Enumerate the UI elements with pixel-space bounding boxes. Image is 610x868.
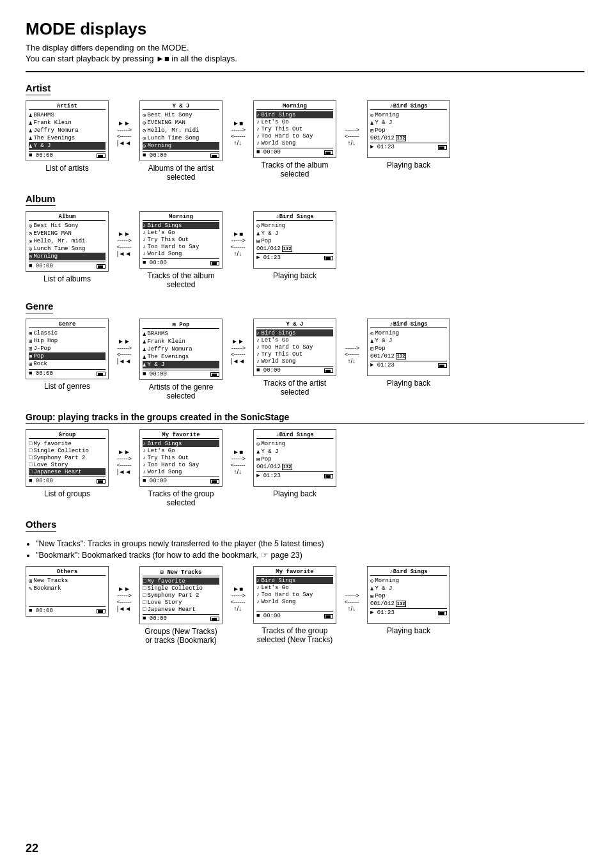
screen-row: ♪Too Hard to Say <box>143 243 219 250</box>
album-caption-2: Tracks of the albumselected <box>139 271 223 289</box>
genre-title: Genre <box>26 301 53 313</box>
screen-row-selected: ⊙Morning <box>29 253 106 260</box>
screen-row: ⊙Best Hit Sony <box>143 111 219 119</box>
screen-row: ♪World Song <box>256 358 333 365</box>
group-title: Group: playing tracks in the groups crea… <box>26 412 584 424</box>
screen-footer: ■ 00:00 <box>143 614 219 622</box>
genre-section: Genre Genre ⊞Classic ⊞Hip Hop ⊞J-Pop ⊞Po… <box>26 301 584 400</box>
screen-footer: ► 01:23 <box>370 361 447 368</box>
group-screens-row: Group □My favorite □Single Collectio □Sy… <box>26 429 584 507</box>
screen-row: ⊙Best Hit Sony <box>29 222 106 230</box>
screen-row: ⊙Morning <box>370 329 447 337</box>
genre-screens-row: Genre ⊞Classic ⊞Hip Hop ⊞J-Pop ⊞Pop ⊞Roc… <box>26 319 584 400</box>
screen-row: ♟The Evenings <box>29 134 106 142</box>
screen-row: ⊞New Tracks <box>29 577 106 585</box>
screen-row: ⊙Morning <box>256 222 333 230</box>
genre-caption-2: Artists of the genreselected <box>139 383 223 400</box>
genre-screen-1-col: Genre ⊞Classic ⊞Hip Hop ⊞J-Pop ⊞Pop ⊞Roc… <box>26 319 109 391</box>
battery-icon <box>438 145 447 150</box>
screen-row: ♪Too Hard to Say <box>143 461 219 468</box>
screen-row: □Symphony Part 2 <box>143 592 219 599</box>
album-screen-2: Morning ♪Bird Sings ♪Let's Go ♪Try This … <box>139 211 223 269</box>
screen-footer: ■ 00:00 <box>29 606 106 614</box>
battery-icon <box>438 363 447 368</box>
group-screen-3: ♪Bird Sings ⊙Morning ♟Y & J ⊞Pop 001/012… <box>253 429 336 487</box>
screen-row-selected: ♟Y & J <box>143 361 219 368</box>
page-number: 22 <box>26 842 38 855</box>
others-screen-1-col: Others ⊞New Tracks ✎Bookmark ■ 00:00 <box>26 566 109 628</box>
group-screen-3-header: ♪Bird Sings <box>256 432 333 439</box>
battery-icon <box>324 256 333 260</box>
others-caption-3: Tracks of the groupselected (New Tracks) <box>253 626 336 644</box>
genre-caption-1: List of genres <box>26 382 109 391</box>
artist-screen-3-col: Morning ♪Bird Sings ♪Let's Go ♪Try This … <box>253 100 336 178</box>
screen-footer: ■ 00:00 <box>256 148 333 155</box>
screen-row: 001/012 132 <box>370 352 447 359</box>
screen-row: ♪Try This Out <box>143 236 219 243</box>
others-screen-4-header: ♪Bird Sings <box>370 569 447 576</box>
battery-icon <box>438 611 447 615</box>
album-screens-row: Album ⊙Best Hit Sony ⊙EVENING MAN ⊙Hello… <box>26 211 584 289</box>
genre-screen-2-header: ⊞ Pop <box>143 321 219 329</box>
artist-caption-4: Playing back <box>367 161 450 170</box>
screen-row: ⊙Lunch Time Song <box>143 134 219 142</box>
album-screen-2-col: Morning ♪Bird Sings ♪Let's Go ♪Try This … <box>139 211 223 289</box>
battery-icon <box>210 372 219 377</box>
screen-row: ♪Too Hard to Say <box>256 132 333 139</box>
screen-row-selected: ♪Bird Sings <box>256 329 333 336</box>
group-screen-2-col: My favorite ♪Bird Sings ♪Let's Go ♪Try T… <box>139 429 223 507</box>
album-screen-1-header: Album <box>29 214 106 221</box>
screen-footer: ■ 00:00 <box>256 612 333 619</box>
screen-row: ⊙EVENING MAN <box>29 230 106 237</box>
subtitle1: The display differs depending on the MOD… <box>26 43 584 52</box>
group-arrow-1: ►► ············> <············ |◄◄ <box>109 429 139 475</box>
others-caption-4: Playing back <box>367 626 450 635</box>
screen-row: ✎Bookmark <box>29 585 106 592</box>
others-screen-1: Others ⊞New Tracks ✎Bookmark ■ 00:00 <box>26 566 109 617</box>
screen-row: 001/012 132 <box>370 600 447 607</box>
screen-row: ♪World Song <box>256 598 333 605</box>
screen-row: ♪Let's Go <box>143 229 219 236</box>
screen-row: ♟The Evenings <box>143 353 219 361</box>
album-arrow-2: ►■ ············> <············ ↑/↓ <box>223 211 253 257</box>
album-caption-3: Playing back <box>253 271 336 280</box>
album-title: Album <box>26 193 56 206</box>
group-section: Group: playing tracks in the groups crea… <box>26 412 584 507</box>
screen-footer: ■ 00:00 <box>29 262 106 269</box>
screen-row: ♪Let's Go <box>143 447 219 454</box>
genre-screen-4-header: ♪Bird Sings <box>370 321 447 328</box>
album-arrow-1: ►► ············> <············ |◄◄ <box>109 211 139 257</box>
group-screen-2: My favorite ♪Bird Sings ♪Let's Go ♪Try T… <box>139 429 223 487</box>
others-screen-1-header: Others <box>29 569 106 576</box>
genre-screen-2: ⊞ Pop ♟BRAHMS ♟Frank Klein ♟Jeffry Nomur… <box>139 319 223 380</box>
artist-screen-1-col: Artist ♟BRAHMS ♟Frank Klein ♟Jeffry Nomu… <box>26 100 109 173</box>
screen-row: 001/012 132 <box>370 134 447 141</box>
screen-row: ♟Frank Klein <box>29 119 106 127</box>
screen-row: ♟BRAHMS <box>143 330 219 338</box>
genre-screen-4-col: ♪Bird Sings ⊙Morning ♟Y & J ⊞Pop 001/012… <box>367 319 450 388</box>
genre-screen-3: Y & J ♪Bird Sings ♪Let's Go ♪Too Hard to… <box>253 319 336 376</box>
others-screen-4-col: ♪Bird Sings ⊙Morning ♟Y & J ⊞Pop 001/012… <box>367 566 450 635</box>
screen-row-selected: ♪Bird Sings <box>143 222 219 229</box>
screen-row: ⊞J-Pop <box>29 345 106 352</box>
group-caption-1: List of groups <box>26 489 109 498</box>
battery-icon <box>324 614 333 619</box>
screen-row: ♪Let's Go <box>256 118 333 125</box>
battery-icon <box>324 368 333 373</box>
battery-icon <box>97 479 106 484</box>
album-screen-3-col: ♪Bird Sings ⊙Morning ♟Y & J ⊞Pop 001/012… <box>253 211 336 280</box>
artist-screen-2-header: Y & J <box>143 103 219 110</box>
screen-row-selected: ♪Bird Sings <box>256 111 333 118</box>
genre-arrow-2: ►► ············> <············ |◄◄ <box>223 319 253 365</box>
others-section: Others "New Tracks": Tracks in groups ne… <box>26 519 584 645</box>
screen-row-selected: □My favorite <box>143 578 219 585</box>
screen-row: ♟BRAHMS <box>29 111 106 119</box>
album-screen-1-col: Album ⊙Best Hit Sony ⊙EVENING MAN ⊙Hello… <box>26 211 109 283</box>
battery-icon <box>324 474 333 478</box>
others-arrow-3: ············> <············ ↑/↓ <box>336 566 367 612</box>
album-screen-2-header: Morning <box>143 214 219 221</box>
screen-row: ⊞Pop <box>256 237 333 245</box>
screen-footer: ► 01:23 <box>256 471 333 479</box>
group-screen-1-col: Group □My favorite □Single Collectio □Sy… <box>26 429 109 498</box>
others-screen-3: My favorite ♪Bird Sings ♪Let's Go ♪Too H… <box>253 566 336 624</box>
